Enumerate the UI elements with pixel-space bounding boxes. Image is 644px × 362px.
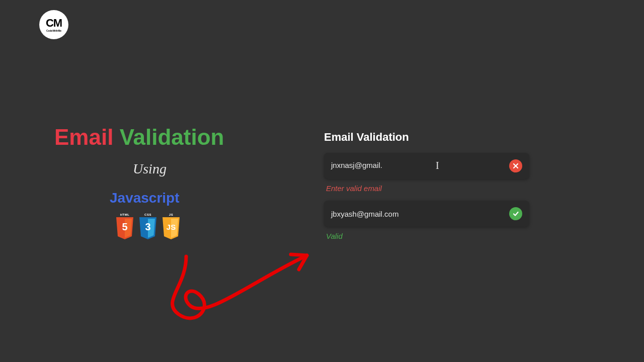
brand-logo: CM CodeWithMe bbox=[39, 10, 68, 39]
logo-text: CM bbox=[46, 18, 62, 29]
tech-icons: HTML 5 CSS 3 JS JS bbox=[115, 213, 181, 239]
css3-icon: CSS 3 bbox=[138, 213, 158, 239]
success-message: Valid bbox=[326, 232, 529, 240]
html5-icon: HTML 5 bbox=[115, 213, 135, 239]
js-icon: JS JS bbox=[161, 213, 181, 239]
email-input-invalid[interactable]: jnxnasj@gmail. I bbox=[331, 161, 509, 170]
error-message: Enter valid email bbox=[326, 184, 529, 193]
email-input-valid[interactable]: jbxyash@gmail.com bbox=[331, 210, 509, 218]
error-icon bbox=[509, 159, 522, 172]
demo-title: Email Validation bbox=[324, 131, 529, 144]
subtitle-javascript: Javascript bbox=[110, 190, 180, 206]
logo-subtext: CodeWithMe bbox=[46, 29, 61, 32]
headline-word-2: Validation bbox=[120, 125, 224, 149]
email-validation-demo: Email Validation jnxnasj@gmail. I Enter … bbox=[324, 131, 529, 248]
arrow-icon bbox=[156, 241, 337, 332]
text-cursor-icon: I bbox=[436, 160, 439, 171]
email-input-row-valid[interactable]: jbxyash@gmail.com bbox=[324, 201, 529, 227]
headline-word-1: Email bbox=[54, 125, 113, 149]
headline: Email Validation bbox=[54, 125, 224, 150]
success-icon bbox=[509, 207, 522, 220]
subtitle-using: Using bbox=[133, 161, 167, 177]
email-input-row-invalid[interactable]: jnxnasj@gmail. I bbox=[324, 153, 529, 179]
